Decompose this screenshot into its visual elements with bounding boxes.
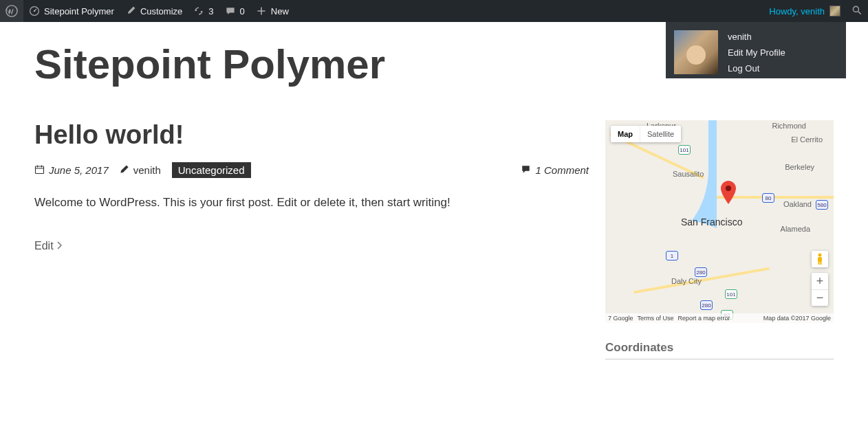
howdy-text: Howdy, venith [769,6,825,16]
site-name-text: Sitepoint Polymer [44,6,114,16]
chevron-right-icon [56,240,62,252]
calendar-icon [34,164,45,177]
route-shield: 280 [695,267,707,277]
map-type-satellite[interactable]: Satellite [640,126,681,142]
map-marker-icon [721,181,736,206]
zoom-in-button[interactable]: + [812,273,828,289]
customize-text: Customize [140,6,182,16]
dashboard-icon [29,5,40,16]
route-shield: 101 [678,145,691,155]
route-shield: 101 [725,289,737,299]
map-label: Oakland [783,200,812,208]
avatar-large [674,30,718,74]
map-type-map[interactable]: Map [611,126,640,142]
zoom-out-button[interactable]: − [812,289,828,306]
map-label: El Cerrito [791,135,823,144]
plus-icon [256,5,267,16]
comment-icon [225,5,236,16]
search-icon [851,5,862,18]
map-label: Alameda [781,225,810,233]
comments-link[interactable]: 0 [219,0,250,22]
map-label: Richmond [772,122,806,130]
svg-point-5 [726,186,731,191]
dropdown-username: venith [728,32,785,42]
post-body: Welcome to WordPress. This is your first… [34,196,589,210]
report-link[interactable]: Report a map error [678,315,730,322]
comments-count: 0 [240,6,245,16]
post-date[interactable]: June 5, 2017 [49,164,109,176]
brush-icon [125,5,136,16]
route-shield: 80 [762,193,774,203]
map-label: Daly City [671,277,702,285]
svg-point-6 [818,254,822,257]
post-title[interactable]: Hello world! [34,120,589,150]
admin-search-button[interactable] [846,0,868,22]
google-map[interactable]: Larkspur Richmond El Cerrito Sausalito B… [605,120,834,323]
edit-profile-link[interactable]: Edit My Profile [728,47,785,58]
coordinates-heading: Coordinates [605,341,834,359]
svg-rect-8 [818,261,820,265]
post-meta: June 5, 2017 venith Uncategorized 1 Comm… [34,162,589,178]
logout-link[interactable]: Log Out [728,63,785,74]
svg-rect-7 [818,257,822,262]
updates-link[interactable]: 3 [188,0,219,22]
comment-bubble-icon [521,164,531,177]
new-link[interactable]: New [250,0,294,22]
post-category[interactable]: Uncategorized [172,162,251,178]
updates-count: 3 [208,6,213,16]
new-text: New [271,6,289,16]
post-author[interactable]: venith [133,164,161,176]
svg-point-2 [34,10,35,12]
site-name-link[interactable]: Sitepoint Polymer [23,0,120,22]
map-label: San Francisco [681,216,742,227]
terms-link[interactable]: Terms of Use [638,315,674,322]
user-dropdown: venith Edit My Profile Log Out [666,22,846,78]
customize-link[interactable]: Customize [120,0,188,22]
route-shield: 280 [700,300,713,310]
wp-admin-bar: Sitepoint Polymer Customize 3 0 New [0,0,868,22]
post-comments-link[interactable]: 1 Comment [535,164,589,176]
pencil-icon [120,164,129,176]
svg-point-3 [853,6,858,12]
svg-rect-9 [821,261,822,265]
zoom-controls: + − [812,273,828,306]
map-label: Sausalito [673,170,704,178]
avatar-small [829,5,840,16]
route-shield: 1 [666,251,678,260]
edit-post-link[interactable]: Edit [34,240,589,252]
map-label: Berkeley [785,163,814,171]
howdy-link[interactable]: Howdy, venith [763,0,846,22]
wordpress-icon [6,5,18,17]
map-type-control: Map Satellite [611,126,681,142]
wp-logo[interactable] [0,0,23,22]
map-footer: 7 Google Terms of Use Report a map error… [605,313,834,323]
svg-rect-4 [36,166,44,174]
pegman-button[interactable] [812,251,828,267]
update-icon [193,5,204,16]
route-shield: 580 [816,200,828,210]
